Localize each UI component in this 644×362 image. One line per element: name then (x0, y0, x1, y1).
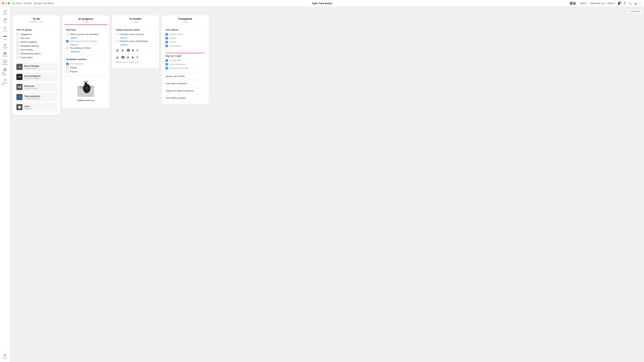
sidebar-bottom: 🗑 Trash (2, 351, 8, 360)
check-notif-format-input[interactable] (66, 40, 68, 42)
vol-icon-1-1[interactable]: 🔊 (116, 49, 119, 52)
board-card-title-new-ui: New UI Design (24, 65, 39, 67)
check-images-input[interactable] (166, 37, 168, 39)
check-text-editing-input[interactable] (66, 47, 68, 49)
notifications-icon[interactable]: 🔔 (634, 2, 637, 5)
check-element-padding-input[interactable] (16, 41, 19, 43)
board-card-title-shortcuts: Shortcuts (24, 85, 38, 87)
check-suggestions-input[interactable] (16, 33, 19, 35)
sidebar-item-upload-file-label: Upload file (2, 82, 8, 86)
breadcrumb-board[interactable]: Agile Task Board (37, 2, 54, 4)
device-icon[interactable]: 📱 3 (617, 2, 620, 5)
board-card-team-payments[interactable]: 👥 Team payments 3 boards, 18 cards (15, 93, 58, 101)
tag-sonia-1: @Sonia (70, 44, 78, 46)
board-card-sub-team-payments: 3 boards, 18 cards (24, 97, 40, 99)
vol-icon-2-2[interactable]: 🔇 (121, 56, 124, 59)
sidebar-item-line[interactable]: ➖ Line (1, 33, 9, 41)
play-icon-2[interactable]: ▶ (132, 56, 134, 59)
check-suggestions-label: Suggestions (20, 33, 32, 35)
check-payment-teams-input[interactable] (116, 33, 118, 35)
column-in-progress: In progress 3 cards Bug fixes Switch acc… (62, 15, 109, 108)
unsorted-button[interactable]: 0 Unsorted (628, 9, 641, 13)
card-group-title-nav: Navigation updates (66, 58, 106, 60)
board-icon-breadcrumb: ⊞ (34, 2, 36, 5)
col-todo-accent (15, 24, 58, 25)
check-popups-input[interactable] (66, 70, 68, 73)
svg-line-7 (84, 81, 85, 82)
sidebar-item-note-label: Note (3, 13, 7, 15)
sidebar-item-trash-label: Trash (3, 357, 7, 359)
check-commenting-label: Commenting (20, 48, 33, 51)
sidebar-item-column[interactable]: ▦ Column (1, 50, 9, 58)
sidebar-item-todo[interactable]: ☑ To-do (1, 25, 9, 33)
check-live-embeds-input[interactable] (166, 45, 168, 47)
check-payment-individuals-label: Payment screen (Individuals) (120, 40, 148, 42)
sidebar-item-trash[interactable]: 🗑 Trash (2, 352, 8, 360)
check-invite-team-label: Invite team member (169, 67, 188, 69)
close-button[interactable] (2, 2, 4, 4)
check-images-label: Images (169, 37, 176, 39)
board-card-info-new-ui: New UI Design 1 board, 6 cards (24, 65, 39, 69)
check-payment-teams-label: Payment screen (Teams) (120, 33, 144, 35)
check-new-task-input[interactable] (16, 37, 19, 39)
simple-card-mobile-view[interactable]: Mobile view (HTML) (164, 73, 206, 79)
traffic-lights (2, 2, 10, 4)
vol-icon-1-2[interactable]: 🔉 (121, 49, 124, 52)
tag-isaac: @Isaac (70, 37, 78, 39)
check-videos-input[interactable] (166, 41, 168, 43)
sidebar: 📝 Note 🔗 Link ☑ To-do ➖ Line ⊞ Board ▦ C… (0, 7, 10, 362)
fullscreen-icon[interactable]: ⛶ (640, 2, 642, 5)
sidebar-item-add-image[interactable]: 🖼 Add image (1, 67, 9, 77)
check-switch-account-input[interactable] (66, 33, 68, 35)
breadcrumb-home[interactable]: Home (16, 2, 22, 4)
sidebar-item-note[interactable]: 📝 Note (1, 8, 9, 16)
check-google-auth-input[interactable] (166, 59, 168, 62)
pause-icon-1[interactable]: ⏸ (136, 49, 139, 52)
board-card-onboarding[interactable]: NEW On-boarding V2 2 boards, 12 cards (15, 72, 58, 81)
board-card-sub-onboarding: 2 boards, 12 cards (24, 77, 40, 79)
check-paragraph-spacing-input[interactable] (16, 45, 19, 47)
vol-icon-2-1[interactable]: 🔊 (116, 56, 119, 59)
sidebar-item-board[interactable]: ⊞ Board (1, 42, 9, 50)
help-icon[interactable]: ❓ (623, 2, 626, 5)
check-popup-styles-input[interactable] (16, 56, 19, 59)
breadcrumb-work[interactable]: Work (27, 2, 32, 4)
board-card-new-ui-design[interactable]: ⊞ New UI Design 1 board, 6 cards (15, 62, 58, 71)
check-payment-individuals: Payment screen (Individuals) (116, 39, 155, 43)
check-paragraph-spacing-label: Paragraph spacing (20, 44, 38, 47)
board-card-later[interactable]: 🕐 Later 26 cards (15, 103, 58, 111)
check-new-task: New Task (16, 36, 56, 40)
play-icon-1[interactable]: ▶ (132, 49, 134, 52)
check-toolbar-input[interactable] (66, 66, 68, 69)
search-icon[interactable]: 🔍 (628, 2, 632, 5)
board-card-shortcuts[interactable]: ⌨ Shortcuts 1 board, 6 cards (15, 83, 58, 91)
check-invite-team-input[interactable] (166, 67, 168, 69)
vol-icon-1-3[interactable]: 🔇 (126, 49, 130, 52)
minimize-button[interactable] (5, 2, 7, 4)
maximize-button[interactable] (8, 2, 10, 4)
check-videos-label: Videos (169, 41, 176, 43)
simple-card-support-beta[interactable]: Support for Beta Programme (164, 88, 206, 94)
note-icon: 📝 (3, 10, 7, 13)
export-button[interactable]: Export (608, 2, 615, 4)
team-button[interactable]: Team (578, 1, 588, 5)
check-reset-password-input[interactable] (166, 63, 168, 65)
board-card-icon-onboarding: NEW (16, 74, 22, 80)
vol-icon-2-3[interactable]: 🔉 (126, 56, 130, 59)
check-invite-team: Invite team member (166, 66, 205, 70)
check-reset-password: Reset Password (166, 62, 205, 66)
sidebar-item-upload-file[interactable]: 📁 Upload file (1, 77, 9, 87)
simple-card-text-editing[interactable]: Text Editing Updates (164, 95, 206, 101)
check-payment-individuals-input[interactable] (116, 40, 118, 42)
sidebar-item-comment[interactable]: 💬 Comment (1, 59, 9, 67)
secret-link-button[interactable]: Secret link: on (590, 2, 606, 4)
sidebar-item-link[interactable]: 🔗 Link (1, 17, 9, 25)
check-commenting-input[interactable] (16, 49, 19, 51)
check-regular-urls-input[interactable] (166, 33, 168, 35)
col-inprogress-sub: 3 cards (64, 21, 107, 23)
simple-card-add-roles[interactable]: Add Roles to Website (164, 80, 206, 87)
column-in-review: In review 2 cards Update payment option … (112, 15, 159, 68)
check-top-nav-input[interactable] (66, 63, 68, 65)
check-downgrading-input[interactable] (16, 52, 19, 55)
pause-icon-2[interactable]: ⏸ (136, 56, 139, 59)
